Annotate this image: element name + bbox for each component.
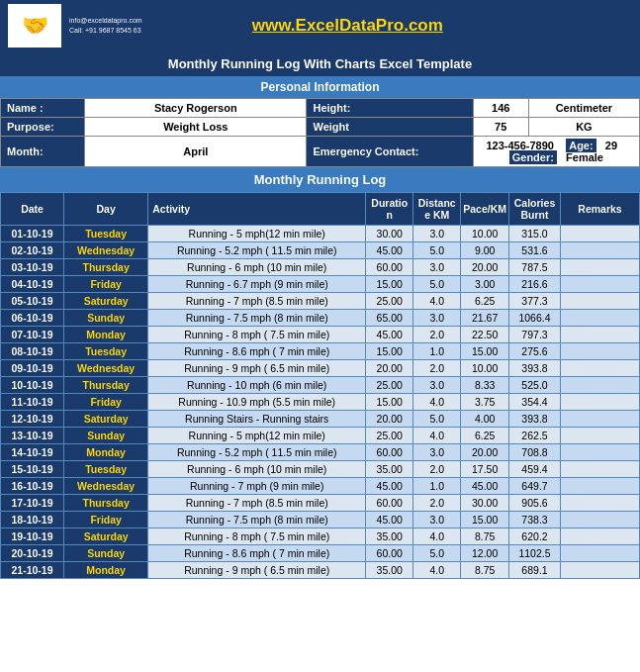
table-row: 20-10-19SundayRunning - 8.6 mph ( 7 min …: [1, 545, 640, 562]
col-pace: Pace/KM: [461, 193, 509, 226]
activity-cell: Running - 7 mph (8.5 min mile): [148, 293, 366, 310]
calories-cell: 531.6: [509, 242, 561, 259]
col-day: Day: [64, 193, 148, 226]
remarks-cell: [561, 528, 640, 545]
activity-cell: Running - 8.6 mph ( 7 min mile): [148, 343, 366, 360]
activity-cell: Running - 5.2 mph ( 11.5 min mile): [148, 444, 366, 461]
calories-cell: 787.5: [509, 259, 561, 276]
remarks-cell: [561, 478, 640, 495]
remarks-cell: [561, 428, 640, 444]
day-cell: Friday: [64, 276, 148, 293]
height-value: 146: [473, 99, 528, 118]
table-row: 01-10-19TuesdayRunning - 5 mph(12 min mi…: [1, 226, 640, 242]
duration-cell: 25.00: [366, 293, 413, 310]
calories-cell: 275.6: [509, 343, 561, 360]
height-label: Height:: [307, 99, 473, 118]
pace-cell: 17.50: [461, 461, 509, 478]
activity-cell: Running - 8 mph ( 7.5 min mile): [148, 528, 366, 545]
activity-cell: Running - 6.7 mph (9 min mile): [148, 276, 366, 293]
distance-cell: 3.0: [413, 226, 461, 242]
remarks-cell: [561, 512, 640, 528]
purpose-label: Purpose:: [1, 118, 85, 137]
date-cell: 04-10-19: [1, 276, 64, 293]
table-row: 04-10-19FridayRunning - 6.7 mph (9 min m…: [1, 276, 640, 293]
distance-cell: 2.0: [413, 461, 461, 478]
calories-cell: 459.4: [509, 461, 561, 478]
date-cell: 14-10-19: [1, 444, 64, 461]
calories-cell: 262.5: [509, 428, 561, 444]
date-cell: 03-10-19: [1, 259, 64, 276]
day-cell: Friday: [64, 394, 148, 411]
duration-cell: 65.00: [366, 310, 413, 327]
site-url[interactable]: www.ExcelDataPro.com: [150, 16, 545, 36]
pace-cell: 8.33: [461, 377, 509, 394]
activity-cell: Running - 10.9 mph (5.5 min mile): [148, 394, 366, 411]
remarks-cell: [561, 545, 640, 562]
duration-cell: 45.00: [366, 512, 413, 528]
pace-cell: 15.00: [461, 512, 509, 528]
calories-cell: 525.0: [509, 377, 561, 394]
pace-cell: 6.25: [461, 293, 509, 310]
duration-cell: 20.00: [366, 360, 413, 377]
duration-cell: 60.00: [366, 545, 413, 562]
table-row: 14-10-19MondayRunning - 5.2 mph ( 11.5 m…: [1, 444, 640, 461]
pace-cell: 22.50: [461, 327, 509, 343]
header-top-bar: 🤝 info@exceldatapro.com Call: +91 9687 8…: [0, 0, 640, 51]
pace-cell: 20.00: [461, 444, 509, 461]
pace-cell: 12.00: [461, 545, 509, 562]
distance-cell: 3.0: [413, 377, 461, 394]
table-row: 12-10-19SaturdayRunning Stairs - Running…: [1, 411, 640, 428]
date-cell: 06-10-19: [1, 310, 64, 327]
activity-cell: Running - 5 mph(12 min mile): [148, 428, 366, 444]
activity-cell: Running Stairs - Running stairs: [148, 411, 366, 428]
pace-cell: 21.67: [461, 310, 509, 327]
distance-cell: 3.0: [413, 512, 461, 528]
calories-cell: 216.6: [509, 276, 561, 293]
distance-cell: 1.0: [413, 478, 461, 495]
month-value: April: [85, 137, 307, 167]
calories-cell: 1102.5: [509, 545, 561, 562]
pace-cell: 3.75: [461, 394, 509, 411]
duration-cell: 60.00: [366, 495, 413, 512]
distance-cell: 4.0: [413, 394, 461, 411]
name-value: Stacy Rogerson: [85, 99, 307, 118]
weight-unit: KG: [528, 118, 639, 137]
remarks-cell: [561, 276, 640, 293]
day-cell: Sunday: [64, 428, 148, 444]
col-calories: CaloriesBurnt: [509, 193, 561, 226]
day-cell: Saturday: [64, 293, 148, 310]
date-cell: 20-10-19: [1, 545, 64, 562]
duration-cell: 15.00: [366, 394, 413, 411]
pace-cell: 6.25: [461, 428, 509, 444]
remarks-cell: [561, 411, 640, 428]
date-cell: 05-10-19: [1, 293, 64, 310]
pace-cell: 9.00: [461, 242, 509, 259]
calories-cell: 393.8: [509, 360, 561, 377]
table-row: 06-10-19SundayRunning - 7.5 mph (8 min m…: [1, 310, 640, 327]
duration-cell: 45.00: [366, 327, 413, 343]
calories-cell: 377.3: [509, 293, 561, 310]
date-cell: 15-10-19: [1, 461, 64, 478]
activity-cell: Running - 9 mph ( 6.5 min mile): [148, 562, 366, 579]
remarks-cell: [561, 562, 640, 579]
table-row: 13-10-19SundayRunning - 5 mph(12 min mil…: [1, 428, 640, 444]
day-cell: Tuesday: [64, 461, 148, 478]
pace-cell: 20.00: [461, 259, 509, 276]
distance-cell: 2.0: [413, 495, 461, 512]
duration-cell: 35.00: [366, 461, 413, 478]
calories-cell: 1066.4: [509, 310, 561, 327]
remarks-cell: [561, 444, 640, 461]
pace-cell: 10.00: [461, 360, 509, 377]
day-cell: Thursday: [64, 495, 148, 512]
pace-cell: 8.75: [461, 562, 509, 579]
activity-cell: Running - 7 mph (9 min mile): [148, 478, 366, 495]
pace-cell: 10.00: [461, 226, 509, 242]
day-cell: Friday: [64, 512, 148, 528]
calories-cell: 797.3: [509, 327, 561, 343]
table-row: 17-10-19ThursdayRunning - 7 mph (8.5 min…: [1, 495, 640, 512]
duration-cell: 60.00: [366, 444, 413, 461]
activity-cell: Running - 8.6 mph ( 7 min mile): [148, 545, 366, 562]
table-row: 16-10-19WednesdayRunning - 7 mph (9 min …: [1, 478, 640, 495]
remarks-cell: [561, 293, 640, 310]
date-cell: 09-10-19: [1, 360, 64, 377]
